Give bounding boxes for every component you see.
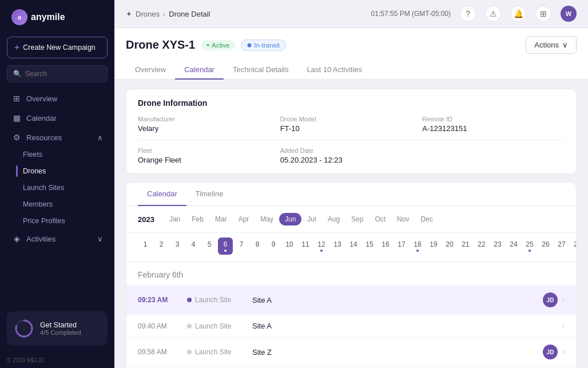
day-7[interactable]: 7 [234,238,249,255]
tab-last-10-activities[interactable]: Last 10 Activities [298,61,372,80]
calendar-icon: ▦ [11,113,22,122]
month-mar[interactable]: Mar [209,213,233,225]
user-avatar[interactable]: W [561,6,577,22]
month-jul[interactable]: Jul [301,213,321,225]
day-6[interactable]: 6 [218,238,233,255]
day-13[interactable]: 13 [330,238,345,255]
fleet-value: Orange Fleet [138,156,280,164]
sidebar-item-activities[interactable]: ◈ Activities ∨ [5,229,110,248]
day-4[interactable]: 4 [186,238,201,255]
remote-id-value: A-123123151 [422,124,565,133]
month-apr[interactable]: Apr [233,213,255,225]
fleet-label: Fleet [138,147,280,154]
day-17[interactable]: 17 [394,238,409,255]
day-12[interactable]: 12 [314,238,329,255]
activity-chevron-2: › [562,322,565,330]
day-11[interactable]: 11 [298,238,313,255]
warning-icon[interactable]: ⚠ [485,6,501,22]
get-started-card[interactable]: Get Started 4/5 Completed [7,311,108,346]
day-25[interactable]: 25 [522,238,537,255]
month-aug[interactable]: Aug [322,213,345,225]
activity-row-1[interactable]: 09:23 AM Launch Site Site A JD › [126,285,576,314]
day-10[interactable]: 10 [282,238,297,255]
sidebar-item-members[interactable]: Members [16,196,110,212]
search-input[interactable] [25,70,111,78]
activity-dot-2 [187,324,192,329]
calendar-card: Calendar Timeline 2023 Jan Feb Mar Apr M… [126,182,577,368]
breadcrumb-parent[interactable]: Drones [136,10,160,18]
day-19[interactable]: 19 [426,238,441,255]
day-16[interactable]: 16 [378,238,393,255]
calendar-months: 2023 Jan Feb Mar Apr May Jun Jul Aug Sep… [126,206,576,233]
tab-calendar[interactable]: Calendar [175,61,224,80]
day-3[interactable]: 3 [170,238,185,255]
notification-icon[interactable]: 🔔 [510,6,526,22]
day-9[interactable]: 9 [266,238,281,255]
day-1[interactable]: 1 [138,238,153,255]
cal-tab-timeline[interactable]: Timeline [186,183,233,206]
sidebar-item-price-profiles[interactable]: Price Profiles [16,213,110,229]
activity-row-2[interactable]: 09:40 AM Launch Site Site A › [126,314,576,337]
added-date-label: Added Date [280,147,423,154]
day-22[interactable]: 22 [474,238,489,255]
day-27[interactable]: 27 [554,238,569,255]
help-icon[interactable]: ? [460,6,476,22]
tab-overview[interactable]: Overview [126,61,175,80]
activity-row-3[interactable]: 09:58 AM Launch Site Site Z JD › [126,337,576,366]
cal-tab-calendar[interactable]: Calendar [138,183,186,206]
month-nov[interactable]: Nov [391,213,415,225]
month-jun[interactable]: Jun [279,213,301,225]
sidebar-item-overview[interactable]: ⊞ Overview [5,89,110,108]
activity-site-2: Site A [252,322,558,330]
manufacturer-value: Velary [138,124,280,133]
month-feb[interactable]: Feb [186,213,209,225]
create-campaign-button[interactable]: Create New Campaign [7,37,108,58]
day-23[interactable]: 23 [490,238,505,255]
day-24[interactable]: 24 [506,238,521,255]
day-26[interactable]: 26 [538,238,553,255]
date-month: February [138,270,170,279]
month-oct[interactable]: Oct [369,213,391,225]
launch-sites-label: Launch Sites [23,184,64,192]
day-14[interactable]: 14 [346,238,361,255]
drone-info-card: Drone Information Manufacturer Velary Dr… [126,89,577,174]
activity-label-1: Launch Site [195,296,252,304]
added-date-field: Added Date 05.20.2023 - 12:23 [280,147,423,164]
month-dec[interactable]: Dec [415,213,438,225]
grid-icon[interactable]: ⊞ [535,6,551,22]
sidebar-item-fleets[interactable]: Fleets [16,147,110,163]
sidebar-item-drones[interactable]: Drones [16,163,110,179]
resources-icon: ⚙ [11,133,22,142]
month-may[interactable]: May [255,213,279,225]
manufacturer-field: Manufacturer Velary [138,116,280,133]
day-15[interactable]: 15 [362,238,377,255]
search-bar[interactable]: 🔍 ⌘ K [7,65,108,82]
progress-circle-icon [14,318,34,339]
day-18[interactable]: 18 [410,238,425,255]
day-21[interactable]: 21 [458,238,473,255]
day-2[interactable]: 2 [154,238,169,255]
chevron-up-icon: ∧ [97,133,103,142]
price-profiles-label: Price Profiles [23,217,65,225]
activity-time-1: 09:23 AM [138,296,184,304]
sidebar-item-label: Overview [26,94,57,103]
activity-label-2: Launch Site [195,322,252,330]
drone-model-label: Drone Model [280,116,423,122]
manufacturer-label: Manufacturer [138,116,280,122]
sidebar-item-calendar[interactable]: ▦ Calendar [5,109,110,127]
month-sep[interactable]: Sep [345,213,369,225]
activity-chevron-1: › [562,296,565,304]
sidebar-item-launch-sites[interactable]: Launch Sites [16,180,110,196]
day-8[interactable]: 8 [250,238,265,255]
day-5[interactable]: 5 [202,238,217,255]
day-28[interactable]: 28 [570,238,576,255]
actions-button[interactable]: Actions ∨ [526,36,577,54]
resources-section: ⚙ Resources ∧ Fleets Drones Launch Sites… [0,128,114,229]
logo: a anymile [0,0,114,32]
actions-label: Actions [534,41,559,49]
day-20[interactable]: 20 [442,238,457,255]
tab-technical-details[interactable]: Technical Details [224,61,298,80]
month-jan[interactable]: Jan [164,213,186,225]
activity-avatar-3: JD [543,345,558,359]
resources-header[interactable]: ⚙ Resources ∧ [5,128,110,147]
